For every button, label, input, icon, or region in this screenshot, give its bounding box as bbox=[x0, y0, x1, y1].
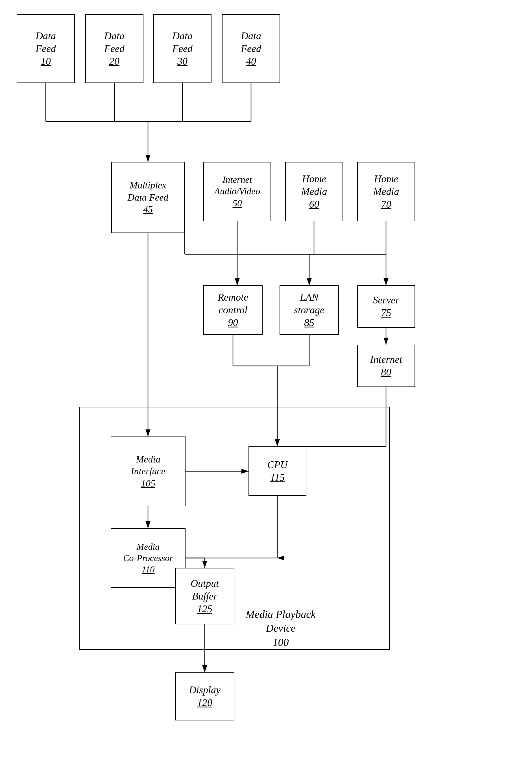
box-ob125: OutputBuffer 125 bbox=[175, 568, 234, 624]
box-mcp110-num: 110 bbox=[142, 564, 155, 575]
box-cpu115-num: 115 bbox=[270, 471, 285, 484]
box-lans85: LANstorage 85 bbox=[280, 285, 339, 335]
box-rc90-num: 90 bbox=[228, 316, 238, 329]
box-lans85-label: LANstorage bbox=[294, 291, 324, 316]
box-display120: Display 120 bbox=[175, 672, 234, 720]
box-df40-label: DataFeed bbox=[241, 30, 261, 55]
box-df30: DataFeed 30 bbox=[153, 14, 212, 83]
box-mdf45: MultiplexData Feed 45 bbox=[111, 162, 185, 233]
box-mcp110: MediaCo-Processor 110 bbox=[111, 528, 186, 588]
box-rc90: Remotecontrol 90 bbox=[203, 285, 263, 335]
box-display120-num: 120 bbox=[197, 696, 212, 709]
box-server75: Server 75 bbox=[357, 285, 415, 328]
diagram: DataFeed 10 DataFeed 20 DataFeed 30 Data… bbox=[0, 0, 532, 771]
box-hm60-label: HomeMedia bbox=[301, 173, 327, 198]
box-mdf45-num: 45 bbox=[143, 203, 153, 215]
box-iav50-label: InternetAudio/Video bbox=[214, 174, 260, 197]
box-mi105-label: MediaInterface bbox=[131, 454, 165, 478]
box-df20-label: DataFeed bbox=[104, 30, 125, 55]
box-mi105: MediaInterface 105 bbox=[111, 437, 186, 506]
box-df20: DataFeed 20 bbox=[85, 14, 143, 83]
diagram-arrows bbox=[0, 0, 532, 771]
box-hm70: HomeMedia 70 bbox=[357, 162, 415, 221]
box-display120-label: Display bbox=[189, 684, 221, 696]
box-hm60: HomeMedia 60 bbox=[285, 162, 343, 221]
mpd100-label: Media PlaybackDevice bbox=[246, 608, 316, 634]
box-hm70-label: HomeMedia bbox=[373, 173, 399, 198]
box-internet80-label: Internet bbox=[370, 353, 402, 366]
box-cpu115: CPU 115 bbox=[248, 447, 306, 496]
box-df20-num: 20 bbox=[109, 55, 119, 68]
box-df40: DataFeed 40 bbox=[222, 14, 280, 83]
label-mpd100: Media PlaybackDevice 100 bbox=[246, 607, 316, 649]
box-ob125-num: 125 bbox=[197, 603, 212, 615]
box-df10: DataFeed 10 bbox=[17, 14, 75, 83]
box-mi105-num: 105 bbox=[141, 478, 155, 490]
box-hm60-num: 60 bbox=[309, 198, 319, 211]
box-iav50: InternetAudio/Video 50 bbox=[203, 162, 271, 221]
box-rc90-label: Remotecontrol bbox=[218, 291, 248, 316]
box-hm70-num: 70 bbox=[381, 198, 391, 211]
box-df10-num: 10 bbox=[41, 55, 51, 68]
box-df30-label: DataFeed bbox=[172, 30, 193, 55]
box-mdf45-label: MultiplexData Feed bbox=[128, 179, 168, 203]
box-internet80-num: 80 bbox=[381, 366, 391, 378]
box-iav50-num: 50 bbox=[233, 197, 242, 209]
box-ob125-label: OutputBuffer bbox=[191, 577, 219, 603]
box-mcp110-label: MediaCo-Processor bbox=[123, 541, 173, 564]
box-lans85-num: 85 bbox=[304, 316, 314, 329]
box-internet80: Internet 80 bbox=[357, 345, 415, 387]
box-server75-num: 75 bbox=[381, 306, 391, 319]
box-df40-num: 40 bbox=[246, 55, 256, 68]
box-server75-label: Server bbox=[373, 294, 400, 306]
mpd100-num: 100 bbox=[272, 636, 289, 648]
box-df10-label: DataFeed bbox=[36, 30, 56, 55]
box-cpu115-label: CPU bbox=[267, 459, 288, 471]
box-df30-num: 30 bbox=[177, 55, 187, 68]
